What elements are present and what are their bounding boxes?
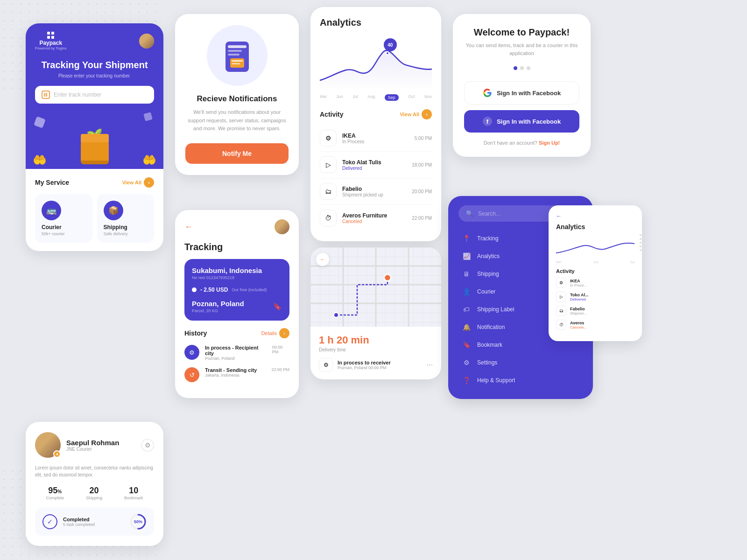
mini-chart-labels: Mei Jun Jul (556, 260, 634, 264)
mini-act-status-1: Delivered (570, 297, 589, 301)
card1-topbar: Paypack Powered by Toglos (35, 32, 154, 50)
view-all-arrow-icon: › (144, 177, 154, 188)
services-grid: 🚌 Courier 50k+ courier 📦 Shipping Safe d… (35, 194, 154, 243)
history-sub-1: Jakarta, Indonesia (205, 373, 257, 378)
illus-hand-left: 🤲 (33, 154, 47, 167)
help-nav-icon: ❓ (462, 377, 471, 384)
chart-label-jul: Jul (352, 94, 358, 101)
activity-info-fabelio: Fabelio Shipment picked up (342, 186, 406, 197)
map-status-info: In process to receiver Poznan, Poland 00… (338, 360, 422, 370)
activity-name-fabelio: Fabelio (342, 186, 406, 192)
mini-act-info-1: Toko Al... Delivered (570, 293, 589, 301)
settings-nav-icon: ⚙ (462, 359, 471, 366)
notify-me-button[interactable]: Notify Me (185, 143, 289, 164)
details-button[interactable]: Details › (261, 328, 289, 338)
chart-label-mei: Mei (320, 94, 327, 101)
signup-link[interactable]: Sign Up! (539, 140, 560, 146)
courier-desc: 50k+ courier (42, 231, 65, 236)
tracking-illustration: 🌱 🤲 🤲 (26, 108, 163, 169)
logo-dot (47, 36, 50, 39)
route-price-note: Our free (included) (232, 287, 267, 292)
activity-time-tokoalat: 18:00 PM (412, 162, 432, 168)
chart-label-sep-active: Sep (385, 94, 399, 101)
activity-icon-box: 🗂 (320, 183, 337, 200)
back-button[interactable]: ← (184, 222, 193, 232)
map-back-button[interactable]: ← (316, 253, 329, 266)
map-status-sub: Poznan, Poland 00:00 PM (338, 365, 422, 370)
mini-act-icon-3: ⏱ (556, 320, 566, 330)
activity-icon-settings: ⚙ (320, 130, 337, 147)
more-options-icon[interactable]: ··· (427, 361, 433, 369)
activity-status-ikea: In Process (342, 139, 409, 144)
sidebar-item-settings[interactable]: ⚙ Settings (458, 354, 583, 371)
destination-city: Poznan, Poland (192, 300, 244, 308)
activity-view-all[interactable]: View All › (400, 109, 432, 119)
bookmark-icon[interactable]: 🔖 (273, 302, 282, 311)
activity-name-tokoalat: Toko Alat Tulis (342, 159, 406, 166)
activity-item-fabelio: 🗂 Fabelio Shipment picked up 20:00 PM (320, 178, 432, 205)
carousel-dots (464, 66, 579, 70)
signup-prompt: Don't have an account? Sign Up! (464, 140, 579, 146)
track-number-input[interactable]: Enter track number (35, 86, 154, 104)
my-service-view-all[interactable]: View All › (122, 177, 154, 188)
welcome-description: You can send items, track and be a couri… (464, 42, 579, 57)
courier-nav-icon: 👤 (462, 288, 471, 295)
google-icon (483, 88, 492, 98)
svg-rect-6 (228, 45, 247, 48)
tracking-shipment-card: Paypack Powered by Toglos Tracking Your … (26, 23, 163, 251)
analytics-card: Analytics 40 Mei Jun Jul Aug Sep Oct Nov… (310, 7, 441, 241)
history-time-0: 00:00 PM (272, 345, 289, 354)
my-service-header: My Service View All › (35, 177, 154, 188)
activity-status-averos: Canceled (342, 219, 406, 224)
chart-label-aug: Aug (367, 94, 375, 101)
stat-bookmark: 10 Bookmark (124, 486, 143, 500)
activity-time-averos: 22:00 PM (412, 216, 432, 221)
mini-act-fabelio: 🗂 Fabelio Shipmer... (556, 306, 634, 316)
destination-info: Poznan, Poland Parcel, 20 KG (192, 300, 244, 313)
history-item-1: ↺ Transit - Sending city Jakarta, Indone… (184, 367, 289, 382)
map-card: ← 1 h 20 min Delivery time ⚙ In process … (310, 247, 441, 379)
sidebar-item-help[interactable]: ❓ Help & Support (458, 372, 583, 389)
mini-act-info-3: Averos Cancele... (570, 321, 587, 329)
mini-act-info-0: IKEA In Proce... (570, 279, 587, 287)
notifications-illustration (207, 25, 268, 86)
shipping-label-nav-label: Shipping Label (477, 306, 514, 313)
service-shipping[interactable]: 📦 Shipping Safe delivery (97, 194, 155, 243)
activity-info-ikea: IKEA In Process (342, 133, 409, 144)
activity-header: Activity View All › (320, 109, 432, 119)
notification-nav-icon: 🔔 (462, 323, 471, 331)
carousel-dot-2 (520, 66, 524, 70)
illus-hand-right: 🤲 (142, 154, 156, 167)
illus-cube2 (143, 112, 153, 121)
history-title-0: In process - Recipient city (205, 345, 267, 356)
map-view: ← (310, 247, 441, 327)
signin-google-button[interactable]: Sign In with Facebook (464, 81, 579, 105)
history-time-1: 22:00 PM (271, 367, 289, 372)
route-origin: Sukabumi, Indonesia No resi 012347935218 (192, 266, 282, 280)
profile-avatar: ★ (35, 432, 61, 458)
signin-facebook-button[interactable]: f Sign In with Facebook (464, 110, 579, 133)
card1-body: My Service View All › 🚌 Courier 50k+ cou… (26, 169, 163, 251)
tracking-nav-label: Tracking (477, 235, 499, 242)
history-title-1: Transit - Sending city (205, 367, 257, 373)
settings-nav-label: Settings (477, 359, 497, 366)
mini-back-arrow[interactable]: ← (556, 213, 634, 219)
tracking-subtitle: Please enter your tracking number. (35, 73, 154, 78)
carousel-dot-3 (527, 66, 530, 70)
welcome-signin-card: Welcome to Paypack! You can send items, … (453, 14, 591, 157)
activity-item-ikea: ⚙ IKEA In Process 5:00 PM (320, 125, 432, 152)
signin-google-label: Sign In with Facebook (497, 90, 561, 97)
mini-act-tokoalat: ▷ Toko Al... Delivered (556, 292, 634, 302)
progress-ring: 50% (130, 513, 147, 530)
settings-icon[interactable]: ⚙ (141, 439, 154, 452)
chart-label-nov: Nov (424, 94, 432, 101)
mini-chart (556, 234, 634, 258)
map-status-icon: ⚙ (319, 358, 333, 372)
service-courier[interactable]: 🚌 Courier 50k+ courier (35, 194, 92, 243)
notification-nav-label: Notification (477, 324, 505, 330)
facebook-icon: f (483, 117, 492, 126)
route-price: - 2.50 USD (200, 287, 228, 293)
my-service-title: My Service (35, 179, 69, 186)
profile-description: Lorem ipsum dolor sit amet, consectetur … (35, 464, 154, 478)
notifications-desc: We'll send you notifications about your … (185, 108, 289, 133)
